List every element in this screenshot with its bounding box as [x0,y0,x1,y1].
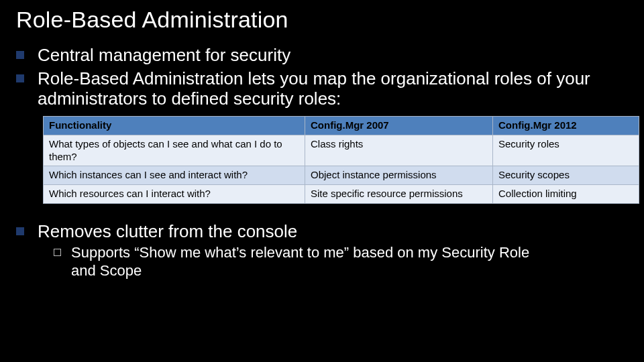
table-cell: Which resources can I interact with? [44,185,305,204]
slide: Role-Based Administration Central manage… [0,0,644,362]
table-cell: What types of objects can I see and what… [44,135,305,166]
table-cell: Object instance permissions [305,166,493,185]
bullet-list: Central management for security Role-Bas… [16,45,628,109]
table-header: Config.Mgr 2007 [305,117,493,135]
table-header-row: Functionality Config.Mgr 2007 Config.Mgr… [44,117,639,135]
table-cell: Collection limiting [493,185,639,204]
bullet-item: Removes clutter from the console [16,221,628,242]
comparison-table: Functionality Config.Mgr 2007 Config.Mgr… [43,116,639,204]
sub-bullet-item: Supports “Show me what’s relevant to me”… [54,244,541,280]
table-cell: Class rights [305,135,493,166]
table-cell: Which instances can I see and interact w… [44,166,305,185]
spacer [16,212,628,221]
page-title: Role-Based Administration [16,7,628,33]
table-header: Functionality [44,117,305,135]
table-cell: Security roles [493,135,639,166]
bullet-item: Role-Based Administration lets you map t… [16,68,628,109]
sub-bullet-quote: Show me what’s relevant to me [140,244,344,261]
table-row: What types of objects can I see and what… [44,135,639,166]
table-header: Config.Mgr 2012 [493,117,639,135]
sub-bullet-text: Supports “ [71,244,140,261]
comparison-table-wrap: Functionality Config.Mgr 2007 Config.Mgr… [43,116,639,204]
table-cell: Site specific resource permissions [305,185,493,204]
table-row: Which instances can I see and interact w… [44,166,639,185]
table-cell: Security scopes [493,166,639,185]
table-row: Which resources can I interact with? Sit… [44,185,639,204]
bullet-item: Central management for security [16,45,628,66]
bullet-list: Removes clutter from the console Support… [16,221,628,280]
